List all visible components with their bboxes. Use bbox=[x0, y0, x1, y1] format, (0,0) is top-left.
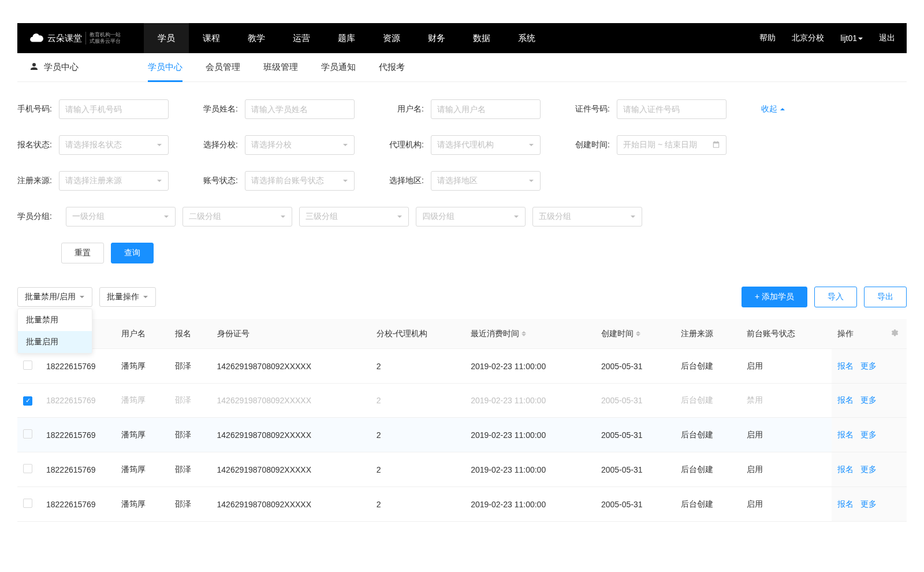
import-button[interactable]: 导入 bbox=[814, 287, 857, 307]
student-icon bbox=[29, 61, 39, 73]
group-level-4-select[interactable]: 四级分组 bbox=[416, 207, 526, 226]
logout-link[interactable]: 退出 bbox=[879, 33, 895, 43]
logo-subtitle: 教育机构一站式服务云平台 bbox=[85, 32, 121, 44]
signup-status-select[interactable]: 请选择报名状态 bbox=[59, 135, 169, 155]
collapse-toggle[interactable]: 收起 bbox=[761, 104, 785, 114]
signup-link[interactable]: 报名 bbox=[837, 499, 854, 508]
table-row: 18222615769 潘筠厚 邵泽 142629198708092XXXXX … bbox=[17, 487, 907, 522]
cell-signup: 邵泽 bbox=[169, 487, 211, 522]
region-label: 选择地区: bbox=[389, 176, 424, 186]
more-link[interactable]: 更多 bbox=[860, 361, 877, 370]
col-username: 用户名 bbox=[116, 319, 169, 349]
cell-last-consume: 2019-02-23 11:00:00 bbox=[465, 452, 595, 487]
batch-disable-item[interactable]: 批量禁用 bbox=[18, 309, 92, 331]
signup-link[interactable]: 报名 bbox=[837, 465, 854, 474]
more-link[interactable]: 更多 bbox=[860, 499, 877, 508]
cell-account-status: 启用 bbox=[741, 349, 832, 384]
batch-enable-item[interactable]: 批量启用 bbox=[18, 331, 92, 353]
reg-source-select[interactable]: 请选择注册来源 bbox=[59, 171, 169, 191]
tab-student-notify[interactable]: 学员通知 bbox=[321, 53, 356, 82]
phone-input[interactable] bbox=[59, 99, 169, 119]
col-created[interactable]: 创建时间 bbox=[595, 319, 675, 349]
help-link[interactable]: 帮助 bbox=[759, 33, 776, 43]
query-button[interactable]: 查询 bbox=[111, 243, 154, 263]
chevron-down-icon bbox=[528, 178, 534, 184]
created-date-range[interactable]: 开始日期 ~ 结束日期 bbox=[617, 135, 726, 155]
col-last-consume[interactable]: 最近消费时间 bbox=[465, 319, 595, 349]
nav-students[interactable]: 学员 bbox=[144, 23, 189, 53]
branch-select[interactable]: 请选择分校 bbox=[245, 135, 355, 155]
cell-created: 2005-05-31 bbox=[595, 384, 675, 418]
row-checkbox[interactable] bbox=[23, 499, 32, 508]
cell-last-consume: 2019-02-23 11:00:00 bbox=[465, 418, 595, 452]
cell-username: 潘筠厚 bbox=[116, 452, 169, 487]
cell-phone: 18222615769 bbox=[40, 349, 116, 384]
tab-proxy-exam[interactable]: 代报考 bbox=[379, 53, 405, 82]
signup-link[interactable]: 报名 bbox=[837, 395, 854, 404]
top-nav: 云朵课堂 教育机构一站式服务云平台 学员 课程 教学 运营 题库 资源 财务 数… bbox=[17, 23, 907, 53]
user-menu[interactable]: lijt01 bbox=[840, 34, 863, 43]
batch-operation-dropdown[interactable]: 批量操作 bbox=[99, 287, 156, 307]
more-link[interactable]: 更多 bbox=[860, 395, 877, 404]
table-row: 18222615769 潘筠厚 邵泽 142629198708092XXXXX … bbox=[17, 452, 907, 487]
table-toolbar: 批量禁用/启用 批量操作 批量禁用 批量启用 + 添加学员 导入 导出 bbox=[17, 287, 907, 307]
row-checkbox[interactable] bbox=[23, 361, 32, 370]
nav-finance[interactable]: 财务 bbox=[414, 23, 459, 53]
branch-selector[interactable]: 北京分校 bbox=[792, 33, 824, 43]
cell-account-status: 启用 bbox=[741, 418, 832, 452]
cell-phone: 18222615769 bbox=[40, 487, 116, 522]
username-input[interactable] bbox=[431, 99, 541, 119]
nav-resources[interactable]: 资源 bbox=[369, 23, 414, 53]
more-link[interactable]: 更多 bbox=[860, 430, 877, 439]
caret-down-icon bbox=[858, 38, 863, 40]
nav-teaching[interactable]: 教学 bbox=[234, 23, 279, 53]
cell-branch: 2 bbox=[371, 349, 465, 384]
nav-operations[interactable]: 运营 bbox=[279, 23, 324, 53]
signup-link[interactable]: 报名 bbox=[837, 361, 854, 370]
nav-data[interactable]: 数据 bbox=[459, 23, 504, 53]
tab-member-mgmt[interactable]: 会员管理 bbox=[206, 53, 240, 82]
reset-button[interactable]: 重置 bbox=[61, 243, 104, 263]
calendar-icon bbox=[712, 140, 720, 150]
created-label: 创建时间: bbox=[575, 140, 610, 150]
group-level-2-select[interactable]: 二级分组 bbox=[182, 207, 292, 226]
nav-system[interactable]: 系统 bbox=[504, 23, 549, 53]
agent-select[interactable]: 请选择代理机构 bbox=[431, 135, 541, 155]
gear-icon[interactable] bbox=[889, 330, 899, 339]
logo[interactable]: 云朵课堂 教育机构一站式服务云平台 bbox=[29, 31, 121, 46]
signup-link[interactable]: 报名 bbox=[837, 430, 854, 439]
signup-status-label: 报名状态: bbox=[17, 140, 52, 150]
chevron-down-icon bbox=[342, 178, 348, 184]
region-select[interactable]: 请选择地区 bbox=[431, 171, 541, 191]
col-reg-source: 注册来源 bbox=[675, 319, 741, 349]
name-input[interactable] bbox=[245, 99, 355, 119]
account-status-select[interactable]: 请选择前台账号状态 bbox=[245, 171, 355, 191]
idno-label: 证件号码: bbox=[575, 104, 610, 114]
group-level-3-select[interactable]: 三级分组 bbox=[299, 207, 409, 226]
cell-username: 潘筠厚 bbox=[116, 487, 169, 522]
row-checkbox[interactable] bbox=[23, 396, 32, 406]
nav-question-bank[interactable]: 题库 bbox=[324, 23, 369, 53]
cell-idno: 142629198708092XXXXX bbox=[211, 487, 371, 522]
row-checkbox[interactable] bbox=[23, 429, 32, 439]
row-checkbox[interactable] bbox=[23, 464, 32, 473]
idno-input[interactable] bbox=[617, 99, 726, 119]
cloud-icon bbox=[29, 31, 44, 46]
add-student-button[interactable]: + 添加学员 bbox=[742, 287, 807, 307]
cell-reg-source: 后台创建 bbox=[675, 349, 741, 384]
nav-courses[interactable]: 课程 bbox=[189, 23, 234, 53]
export-button[interactable]: 导出 bbox=[864, 287, 907, 307]
batch-toggle-dropdown[interactable]: 批量禁用/启用 bbox=[17, 287, 92, 307]
sort-icon bbox=[521, 331, 526, 336]
cell-last-consume: 2019-02-23 11:00:00 bbox=[465, 349, 595, 384]
tab-student-center[interactable]: 学员中心 bbox=[148, 53, 182, 82]
more-link[interactable]: 更多 bbox=[860, 465, 877, 474]
student-table: 用户名 报名 身份证号 分校-代理机构 最近消费时间 创建时间 注册来源 前台账… bbox=[17, 319, 907, 522]
tab-class-mgmt[interactable]: 班级管理 bbox=[263, 53, 298, 82]
cell-signup: 邵泽 bbox=[169, 384, 211, 418]
top-nav-items: 学员 课程 教学 运营 题库 资源 财务 数据 系统 bbox=[144, 23, 549, 53]
cell-account-status: 启用 bbox=[741, 487, 832, 522]
cell-idno: 142629198708092XXXXX bbox=[211, 452, 371, 487]
group-level-5-select[interactable]: 五级分组 bbox=[532, 207, 642, 226]
group-level-1-select[interactable]: 一级分组 bbox=[66, 207, 176, 226]
